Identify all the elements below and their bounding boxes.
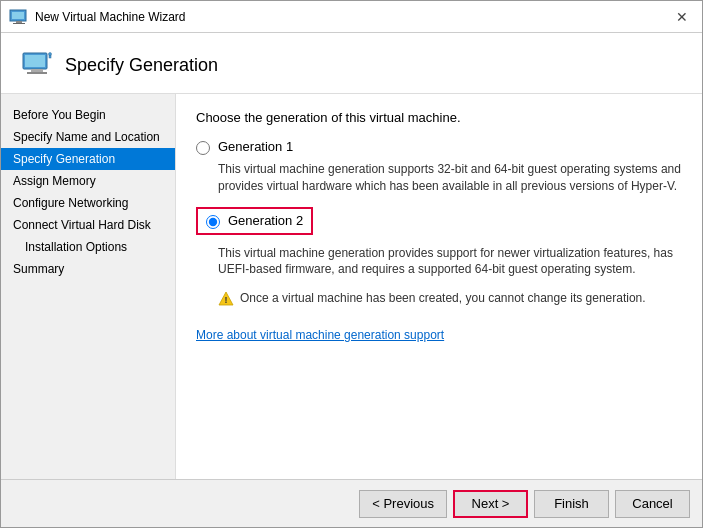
svg-text:!: !: [225, 295, 228, 305]
warning-text: Once a virtual machine has been created,…: [240, 290, 646, 307]
generation2-container: Generation 2: [196, 207, 682, 239]
close-button[interactable]: ✕: [670, 5, 694, 29]
sidebar-item-assign-memory[interactable]: Assign Memory: [1, 170, 175, 192]
generation2-box: Generation 2: [196, 207, 313, 235]
generation-support-link[interactable]: More about virtual machine generation su…: [196, 328, 444, 342]
sidebar-item-before-you-begin[interactable]: Before You Begin: [1, 104, 175, 126]
sidebar-item-connect-vhd[interactable]: Connect Virtual Hard Disk: [1, 214, 175, 236]
sidebar-item-configure-networking[interactable]: Configure Networking: [1, 192, 175, 214]
generation1-description: This virtual machine generation supports…: [218, 161, 682, 195]
window-title: New Virtual Machine Wizard: [35, 10, 670, 24]
warning-row: ! Once a virtual machine has been create…: [218, 290, 682, 307]
main-wrapper: Specify Generation Before You Begin Spec…: [1, 33, 702, 527]
main-window: New Virtual Machine Wizard ✕ Specify Gen…: [0, 0, 703, 528]
footer: < Previous Next > Finish Cancel: [1, 479, 702, 527]
sidebar-item-specify-name[interactable]: Specify Name and Location: [1, 126, 175, 148]
generation1-option[interactable]: Generation 1: [196, 139, 682, 155]
page-title: Specify Generation: [65, 55, 218, 76]
warning-icon: !: [218, 291, 234, 307]
svg-rect-2: [16, 21, 22, 23]
main-body: Before You Begin Specify Name and Locati…: [1, 94, 702, 479]
generation2-radio[interactable]: [206, 215, 220, 229]
generation1-radio[interactable]: [196, 141, 210, 155]
header-area: Specify Generation: [1, 33, 702, 94]
sidebar: Before You Begin Specify Name and Locati…: [1, 94, 176, 479]
svg-rect-6: [31, 69, 43, 72]
header-icon: [21, 49, 53, 81]
svg-rect-3: [13, 23, 25, 24]
window-icon: [9, 9, 29, 25]
sidebar-item-specify-generation[interactable]: Specify Generation: [1, 148, 175, 170]
next-button[interactable]: Next >: [453, 490, 528, 518]
svg-rect-5: [25, 55, 45, 67]
svg-rect-1: [12, 12, 24, 19]
instruction-text: Choose the generation of this virtual ma…: [196, 110, 682, 125]
cancel-button[interactable]: Cancel: [615, 490, 690, 518]
title-bar: New Virtual Machine Wizard ✕: [1, 1, 702, 33]
svg-rect-7: [27, 72, 47, 74]
generation2-label: Generation 2: [228, 213, 303, 228]
link-area: More about virtual machine generation su…: [196, 327, 682, 342]
svg-point-9: [49, 53, 52, 56]
generation1-label: Generation 1: [218, 139, 293, 154]
finish-button[interactable]: Finish: [534, 490, 609, 518]
generation2-description: This virtual machine generation provides…: [218, 245, 682, 279]
sidebar-item-summary[interactable]: Summary: [1, 258, 175, 280]
sidebar-item-installation-options[interactable]: Installation Options: [1, 236, 175, 258]
main-content: Choose the generation of this virtual ma…: [176, 94, 702, 479]
previous-button[interactable]: < Previous: [359, 490, 447, 518]
